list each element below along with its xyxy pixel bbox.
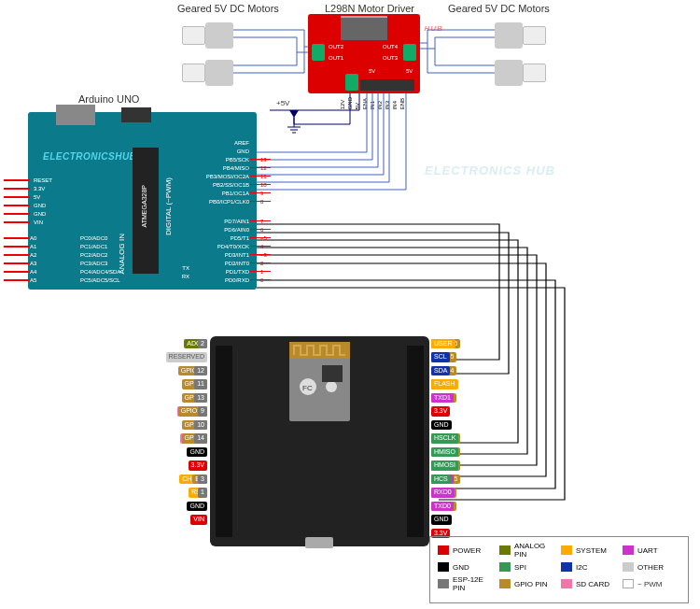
- motors-right-label: Geared 5V DC Motors: [448, 3, 550, 14]
- pin-1: 1: [198, 488, 207, 497]
- pin-33v: 3.3V: [431, 406, 450, 416]
- uno-pin-d8: PB0/ICP1/CLK0: [191, 199, 249, 205]
- motor-1: [182, 22, 233, 49]
- legend-text: GND: [453, 563, 469, 572]
- pin-3: 3: [198, 474, 207, 484]
- uno-pin-d10: PB2/SS/OC1B: [191, 182, 249, 188]
- uno-pin-inner: PC5/ADC5/SCL: [80, 277, 138, 283]
- swatch: [623, 545, 634, 555]
- swatch: [623, 562, 634, 572]
- uno-num: 9: [260, 191, 263, 196]
- uno-pin-aref: AREF: [191, 140, 249, 146]
- swatch: [561, 579, 572, 588]
- legend-other: OTHER: [623, 559, 680, 574]
- pin-scl: SCL: [431, 352, 450, 361]
- uno-num: 4: [260, 244, 263, 249]
- uno-pin-d2: PD2/INT0: [191, 261, 249, 266]
- legend-box: POWERANALOG PINSYSTEMUARTGNDSPII2COTHERE…: [429, 536, 689, 603]
- nodemcu-board: FC: [210, 336, 429, 546]
- uno-pin-d6: PD6/AIN0: [191, 227, 249, 233]
- uno-pin-a2: A2: [30, 252, 43, 258]
- legend-analog-pin: ANALOG PIN: [499, 543, 557, 558]
- uno-pin-inner: PC1/ADC1: [80, 244, 138, 249]
- pin-rxd0: RXD0: [431, 488, 455, 497]
- watermark-bg: ELECTRONICS HUB: [425, 163, 555, 177]
- legend---pwm: ~ PWM: [623, 576, 680, 591]
- uno-pin-vin: VIN: [34, 220, 75, 225]
- uno-num: 2: [260, 261, 263, 266]
- uno-tx: TX: [171, 265, 189, 271]
- uno-num: 8: [260, 199, 263, 205]
- uno-num: 6: [260, 227, 263, 233]
- pin-vin: VIN: [190, 515, 207, 524]
- legend-sd-card: SD CARD: [561, 576, 619, 591]
- swatch: [561, 562, 572, 572]
- uno-num: 1: [260, 269, 263, 275]
- legend-text: SYSTEM: [576, 546, 607, 555]
- pin-hsclk: HSCLK: [431, 433, 458, 443]
- wires-uno-l298n: [257, 92, 443, 194]
- swatch: [499, 579, 511, 588]
- uno-num: 0: [260, 277, 263, 283]
- uno-pin-d9: PB1/OC1A: [191, 191, 249, 196]
- pin-reserved: RESERVED: [166, 352, 207, 361]
- uno-pin-reset: RESET: [34, 177, 75, 183]
- legend-text: I2C: [576, 563, 587, 572]
- legend-text: POWER: [453, 546, 481, 555]
- legend-text: ANALOG PIN: [514, 542, 557, 559]
- pin-hmosi: HMOSI: [431, 460, 458, 470]
- swatch: [561, 545, 572, 555]
- uno-pin-a4: A4: [30, 269, 43, 275]
- uno-brand: ELECTRONICSHUB: [43, 151, 136, 162]
- digital-pwm-label: DIGITAL (~PWM): [164, 177, 173, 235]
- legend-text: SPI: [514, 563, 526, 572]
- uno-pin-inner: PC3/ADC3: [80, 261, 138, 266]
- pin-txd1: TXD1: [431, 393, 454, 403]
- uno-pin-a1: A1: [30, 244, 43, 249]
- uno-num: 7: [260, 219, 263, 224]
- legend-text: OTHER: [637, 563, 664, 572]
- swatch: [499, 562, 511, 572]
- pin-hmiso: HMISO: [431, 447, 458, 457]
- pin-9: 9: [198, 406, 207, 416]
- uno-pin-d12: PB4/MISO: [191, 165, 249, 171]
- uno-pin-gnd: GND: [191, 149, 249, 154]
- arduino-uno-board: ELECTRONICSHUB ATMEGA328P ANALOG IN DIGI…: [28, 112, 257, 290]
- nodemcu-header-left: [216, 346, 232, 537]
- pin-11: 11: [194, 379, 207, 389]
- uno-pin-gnd: GND: [34, 203, 75, 208]
- motor-2: [182, 60, 233, 86]
- pin-13: 13: [194, 393, 207, 403]
- legend-text: UART: [637, 546, 658, 555]
- pin-33v: 3.3V: [189, 460, 207, 470]
- uno-pin-inner: PC0/ADC0: [80, 235, 138, 241]
- pin-gnd: GND: [187, 502, 207, 511]
- uno-num: 12: [260, 165, 267, 171]
- nodemcu-header-right: [407, 346, 424, 537]
- uno-pin-gnd: GND: [34, 211, 75, 217]
- pin-gnd: GND: [431, 420, 452, 430]
- uno-pin-d1: PD1/TXD: [191, 269, 249, 275]
- swatch: [438, 545, 449, 555]
- legend-text: SD CARD: [576, 580, 609, 588]
- uno-pin-inner: PC2/ADC2: [80, 252, 138, 258]
- uno-pin-a0: A0: [30, 235, 43, 241]
- legend-power: POWER: [438, 543, 496, 558]
- pin-12: 12: [194, 366, 207, 375]
- legend-text: GPIO PIN: [514, 580, 548, 588]
- uno-power-jack: [121, 107, 151, 122]
- swatch: [438, 579, 449, 588]
- legend-esp-12e-pin: ESP-12E PIN: [438, 576, 496, 591]
- pin-14: 14: [194, 433, 207, 443]
- legend-system: SYSTEM: [561, 543, 619, 558]
- uno-pin-d3: PD3/INT1: [191, 252, 249, 258]
- uno-rx: RX: [171, 274, 189, 279]
- pin-gnd: GND: [431, 515, 452, 524]
- svg-text:FC: FC: [302, 384, 313, 392]
- nodemcu-usb: [305, 537, 333, 548]
- uno-num: ~3: [260, 252, 267, 258]
- uno-num: 13: [260, 157, 267, 163]
- pin-gnd: GND: [187, 447, 207, 457]
- legend-gnd: GND: [438, 559, 496, 574]
- uno-pin-d11: PB3/MOSI/OC2A: [191, 174, 249, 179]
